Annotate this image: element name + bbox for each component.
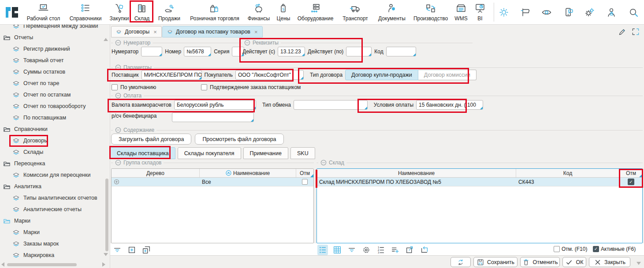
reload-data-icon[interactable] xyxy=(419,245,430,255)
menu-item-production[interactable]: Производство xyxy=(411,0,450,24)
column-header-tree[interactable]: Дерево xyxy=(112,169,200,177)
scroll-up-arrow[interactable] xyxy=(104,38,108,41)
marked-filter-checkbox[interactable] xyxy=(554,246,560,252)
menu-item-documents[interactable]: Документы xyxy=(375,0,409,24)
sidebar-item-balance-sums[interactable]: Суммы остатков xyxy=(0,66,110,78)
sidebar-item-zone-moves[interactable]: Перемещения между зонами xyxy=(0,25,110,32)
sidebar-folder-reports[interactable]: Отчеты xyxy=(0,32,110,43)
tab-supply-contract[interactable]: Договор на поставку товаров × xyxy=(162,26,263,37)
tab-contracts[interactable]: Договоры × xyxy=(111,26,162,37)
brightness-icon[interactable] xyxy=(499,7,509,18)
currency-field[interactable]: Белорусский рубль xyxy=(174,100,256,110)
menu-item-bi[interactable]: BI xyxy=(472,0,488,24)
cancel-button[interactable]: Отменить xyxy=(520,257,560,267)
add-multiple-icon[interactable] xyxy=(141,245,152,255)
upload-contract-file-button[interactable]: Загрузить файл договора xyxy=(111,134,191,145)
column-header-name[interactable]: Наименование xyxy=(317,169,516,177)
sidebar-item-leftovers-report[interactable]: Отчет по остаткам xyxy=(0,89,110,100)
column-header-marked[interactable]: Отм xyxy=(620,169,642,177)
sidebar-item-stamp-orders[interactable]: Заказы марок xyxy=(0,238,110,249)
save-button[interactable]: Сохранить xyxy=(473,257,517,267)
settings-gear-icon[interactable] xyxy=(361,245,372,255)
filter-icon[interactable] xyxy=(346,245,357,255)
sidebar-item-marking[interactable]: Маркировка xyxy=(0,249,110,261)
sidebar-item-contracts[interactable]: Договоры xyxy=(0,135,110,146)
payment-terms-field[interactable]: 15 банковских дн. ( 100 xyxy=(416,100,483,110)
scroll-right-arrow[interactable] xyxy=(102,262,105,267)
beneficiary-account-field[interactable] xyxy=(172,112,254,122)
contract-type-commission-button[interactable]: Договор комиссии xyxy=(418,70,476,80)
row-marked-checkbox[interactable] xyxy=(302,179,308,185)
menu-item-retail[interactable]: Розничная торговля xyxy=(187,0,242,24)
valid-to-field[interactable] xyxy=(346,47,372,56)
contract-type-sale-button[interactable]: Договор купли-продажи xyxy=(345,70,418,80)
sidebar-item-analytic-report-types[interactable]: Типы аналитических отчетов xyxy=(0,192,110,204)
code-field[interactable] xyxy=(386,47,416,56)
menu-item-transport[interactable]: Транспорт xyxy=(339,0,372,24)
table-row[interactable]: Склад МИНСКХЛЕБПРОМ ПО ХЛЕБОЗАВОД №5 СК4… xyxy=(317,178,642,186)
sidebar-item-by-suppliers[interactable]: По поставщикам xyxy=(0,112,110,123)
collapse-icon[interactable] xyxy=(320,160,327,166)
edit-pencil-icon[interactable] xyxy=(618,27,627,36)
column-header-code[interactable]: Код xyxy=(516,169,620,177)
grid-view-icon[interactable] xyxy=(332,245,342,255)
sidebar-vertical-scrollbar[interactable] xyxy=(105,179,108,251)
sidebar-horizontal-scrollbar[interactable] xyxy=(7,263,77,266)
fullscreen-icon[interactable] xyxy=(631,27,640,36)
tab-buyer-warehouses[interactable]: Склады покупателя xyxy=(178,147,241,159)
eye-icon[interactable] xyxy=(541,7,552,18)
list-view-icon[interactable] xyxy=(317,245,328,255)
sidebar-item-turnover-report[interactable]: Отчет по товарообороту xyxy=(0,100,110,112)
valid-from-field[interactable]: 13.12.23 xyxy=(278,47,305,56)
sidebar-item-stamps[interactable]: Марки xyxy=(0,227,110,238)
collapse-icon[interactable] xyxy=(115,93,121,99)
tab-note[interactable]: Примечание xyxy=(243,147,288,159)
export-icon[interactable] xyxy=(405,245,415,255)
sidebar-item-revaluation-commissions[interactable]: Комиссии для переоценки xyxy=(0,169,110,181)
phone-message-icon[interactable] xyxy=(563,7,574,18)
scroll-down-arrow[interactable] xyxy=(104,253,108,256)
expand-plus-icon[interactable] xyxy=(114,179,119,185)
column-header-marked[interactable]: Отм xyxy=(296,169,313,177)
menu-item-references[interactable]: Справочники xyxy=(65,0,106,24)
menu-item-equipment[interactable]: Оборудование xyxy=(294,0,336,24)
tab-sku[interactable]: SKU xyxy=(290,147,315,159)
search-icon[interactable] xyxy=(628,7,639,18)
flag-icon[interactable] xyxy=(520,7,531,18)
sidebar-folder-revaluation[interactable]: Переоценка xyxy=(0,158,110,169)
tab-close-icon[interactable]: × xyxy=(153,29,157,35)
add-to-list-icon[interactable] xyxy=(390,245,401,255)
table-row[interactable]: Все xyxy=(112,178,313,186)
sidebar-folder-references[interactable]: Справочники xyxy=(0,123,110,135)
ok-button[interactable]: ОК xyxy=(562,257,586,267)
menu-item-desktop[interactable]: Рабочий стол xyxy=(23,0,64,24)
numbered-list-icon[interactable]: 123 xyxy=(376,245,386,255)
row-marked-checkbox[interactable] xyxy=(628,179,634,185)
menu-item-sales[interactable]: Продажи xyxy=(155,0,183,24)
close-button[interactable]: Закрыть xyxy=(589,257,630,267)
menu-item-warehouse[interactable]: Склад xyxy=(130,0,153,24)
collapse-icon[interactable] xyxy=(115,40,121,46)
buyer-field[interactable]: ООО "ЛюксСофтОпт" xyxy=(235,70,304,80)
view-contract-file-button[interactable]: Просмотреть файл договора xyxy=(195,134,283,145)
user-lock-icon[interactable] xyxy=(606,7,617,18)
sidebar-item-movement-register[interactable]: Регистр движений xyxy=(0,43,110,55)
supplier-field[interactable]: МИНСКХЛЕБПРОМ ПО xyxy=(141,70,202,80)
collapse-icon[interactable] xyxy=(115,127,121,133)
sidebar-item-analytic-reports[interactable]: Аналитические отчеты xyxy=(0,204,110,215)
tab-supplier-warehouses[interactable]: Склады поставщика xyxy=(110,147,175,159)
menu-item-purchases[interactable]: Закупки xyxy=(107,0,131,24)
column-header-name[interactable]: Наименование xyxy=(200,169,296,177)
content-scroll-down-arrow[interactable] xyxy=(637,262,641,265)
numerator-field[interactable] xyxy=(141,47,162,56)
scroll-left-arrow[interactable] xyxy=(1,262,4,267)
sidebar-item-tare-report[interactable]: Отчет по таре xyxy=(0,78,110,89)
gears-icon[interactable] xyxy=(584,7,595,18)
sidebar-item-warehouses[interactable]: Склады xyxy=(0,146,110,158)
default-checkbox[interactable] xyxy=(112,84,118,90)
sidebar-folder-analytics[interactable]: Аналитика xyxy=(0,181,110,192)
filter-icon[interactable] xyxy=(112,245,123,255)
exchange-type-field[interactable] xyxy=(294,100,368,110)
refresh-button[interactable] xyxy=(450,257,471,267)
collapse-icon[interactable] xyxy=(244,40,250,46)
